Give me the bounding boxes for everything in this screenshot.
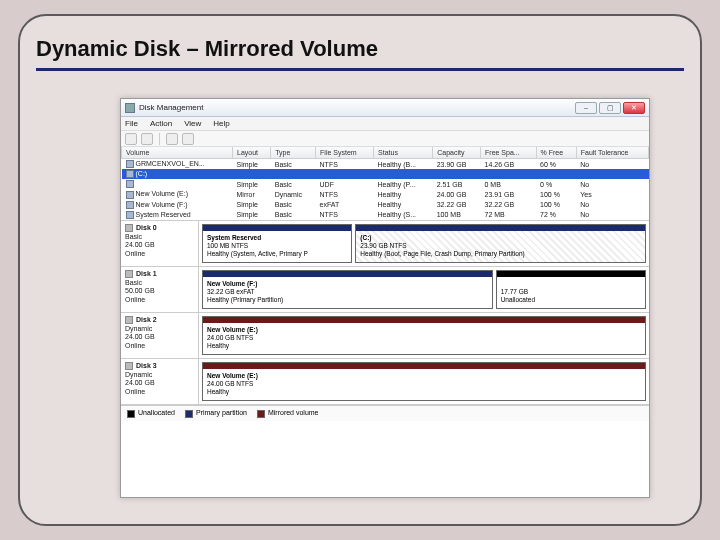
column-header[interactable]: Volume: [122, 147, 233, 159]
column-header[interactable]: Layout: [233, 147, 271, 159]
column-header[interactable]: % Free: [536, 147, 576, 159]
cell-text: System Reserved: [136, 211, 191, 218]
legend-item: Primary partition: [185, 409, 247, 417]
disk-graphic-pane: Disk 0Basic24.00 GBOnlineSystem Reserved…: [121, 220, 649, 405]
table-row[interactable]: System ReservedSimpleBasicNTFSHealthy (S…: [122, 210, 649, 220]
cell-text: Mirror: [237, 191, 255, 198]
disk-label: Disk 3Dynamic24.00 GBOnline: [121, 359, 199, 404]
menu-view[interactable]: View: [184, 119, 201, 128]
volume-icon: [126, 191, 134, 199]
disk-icon: [125, 316, 133, 324]
window-title: Disk Management: [139, 103, 203, 112]
cell-text: Dynamic: [275, 191, 302, 198]
legend-swatch: [127, 410, 135, 418]
partition-text: New Volume (E:)24.00 GB NTFSHealthy: [207, 326, 641, 349]
partition[interactable]: New Volume (E:)24.00 GB NTFSHealthy: [202, 316, 646, 355]
partition[interactable]: System Reserved100 MB NTFSHealthy (Syste…: [202, 224, 352, 263]
volume-icon: [126, 170, 134, 178]
table-row[interactable]: New Volume (F:)SimpleBasicexFATHealthy32…: [122, 200, 649, 210]
minimize-button[interactable]: –: [575, 102, 597, 114]
table-row[interactable]: (C:): [122, 169, 649, 179]
forward-button[interactable]: [141, 133, 153, 145]
partition-text: System Reserved100 MB NTFSHealthy (Syste…: [207, 234, 347, 257]
table-row[interactable]: New Volume (E:)MirrorDynamicNTFSHealthy2…: [122, 189, 649, 199]
cell-text: 14.26 GB: [485, 161, 515, 168]
disk-icon: [125, 362, 133, 370]
cell-text: 23.91 GB: [485, 191, 515, 198]
legend-item: Unallocated: [127, 409, 175, 417]
toolbar: [121, 131, 649, 147]
column-header[interactable]: Free Spa...: [481, 147, 537, 159]
cell-text: Healthy (P...: [378, 181, 416, 188]
help-button[interactable]: [182, 133, 194, 145]
volume-icon: [126, 160, 134, 168]
window-titlebar[interactable]: Disk Management – ▢ ✕: [121, 99, 649, 117]
column-header[interactable]: File System: [316, 147, 374, 159]
column-header[interactable]: Capacity: [433, 147, 481, 159]
menu-file[interactable]: File: [125, 119, 138, 128]
cell-text: No: [580, 201, 589, 208]
back-button[interactable]: [125, 133, 137, 145]
cell-text: 100 MB: [437, 211, 461, 218]
partition[interactable]: New Volume (E:)24.00 GB NTFSHealthy: [202, 362, 646, 401]
disk-row[interactable]: Disk 1Basic50.00 GBOnlineNew Volume (F:)…: [121, 267, 649, 313]
disk-row[interactable]: Disk 0Basic24.00 GBOnlineSystem Reserved…: [121, 221, 649, 267]
cell-text: Healthy (B...: [378, 161, 417, 168]
disk-partitions: New Volume (F:)32.22 GB exFATHealthy (Pr…: [199, 267, 649, 312]
legend-item: Mirrored volume: [257, 409, 319, 417]
cell-text: Basic: [275, 201, 292, 208]
slide-title: Dynamic Disk – Mirrored Volume: [36, 36, 684, 71]
partition-text: 17.77 GBUnallocated: [501, 280, 641, 303]
volume-icon: [126, 211, 134, 219]
table-row[interactable]: SimpleBasicUDFHealthy (P...2.51 GB0 MB0 …: [122, 179, 649, 189]
maximize-button[interactable]: ▢: [599, 102, 621, 114]
cell-text: 2.51 GB: [437, 181, 463, 188]
close-button[interactable]: ✕: [623, 102, 645, 114]
menu-action[interactable]: Action: [150, 119, 172, 128]
app-icon: [125, 103, 135, 113]
cell-text: 0 MB: [485, 181, 501, 188]
legend: UnallocatedPrimary partitionMirrored vol…: [121, 405, 649, 421]
cell-text: 100 %: [540, 191, 560, 198]
menu-help[interactable]: Help: [213, 119, 229, 128]
partition-text: New Volume (F:)32.22 GB exFATHealthy (Pr…: [207, 280, 488, 303]
column-header[interactable]: Status: [374, 147, 433, 159]
disk-row[interactable]: Disk 2Dynamic24.00 GBOnlineNew Volume (E…: [121, 313, 649, 359]
volumes-table[interactable]: VolumeLayoutTypeFile SystemStatusCapacit…: [121, 147, 649, 220]
menu-bar: File Action View Help: [121, 117, 649, 131]
cell-text: Healthy (S...: [378, 211, 417, 218]
cell-text: Simple: [237, 211, 258, 218]
cell-text: Basic: [275, 181, 292, 188]
legend-swatch: [257, 410, 265, 418]
cell-text: (C:): [136, 170, 148, 177]
cell-text: Simple: [237, 181, 258, 188]
disk-row[interactable]: Disk 3Dynamic24.00 GBOnlineNew Volume (E…: [121, 359, 649, 405]
disk-label: Disk 2Dynamic24.00 GBOnline: [121, 313, 199, 358]
partition-stripe: [203, 225, 351, 231]
volume-icon: [126, 180, 134, 188]
cell-text: NTFS: [320, 191, 338, 198]
partition[interactable]: (C:)23.90 GB NTFSHealthy (Boot, Page Fil…: [355, 224, 646, 263]
cell-text: Healthy: [378, 201, 402, 208]
disk-partitions: System Reserved100 MB NTFSHealthy (Syste…: [199, 221, 649, 266]
disk-label: Disk 1Basic50.00 GBOnline: [121, 267, 199, 312]
refresh-button[interactable]: [166, 133, 178, 145]
partition-stripe: [356, 225, 645, 231]
cell-text: 0 %: [540, 181, 552, 188]
table-row[interactable]: GRMCENXVOL_EN...SimpleBasicNTFSHealthy (…: [122, 159, 649, 170]
cell-text: 32.22 GB: [437, 201, 467, 208]
cell-text: UDF: [320, 181, 334, 188]
partition-stripe: [203, 271, 492, 277]
legend-swatch: [185, 410, 193, 418]
column-header[interactable]: Type: [271, 147, 316, 159]
cell-text: Yes: [580, 191, 591, 198]
cell-text: New Volume (F:): [136, 201, 188, 208]
cell-text: No: [580, 161, 589, 168]
partition[interactable]: 17.77 GBUnallocated: [496, 270, 646, 309]
disk-partitions: New Volume (E:)24.00 GB NTFSHealthy: [199, 313, 649, 358]
partition[interactable]: New Volume (F:)32.22 GB exFATHealthy (Pr…: [202, 270, 493, 309]
cell-text: Simple: [237, 201, 258, 208]
legend-label: Unallocated: [138, 409, 175, 416]
column-header[interactable]: Fault Tolerance: [576, 147, 648, 159]
legend-label: Primary partition: [196, 409, 247, 416]
